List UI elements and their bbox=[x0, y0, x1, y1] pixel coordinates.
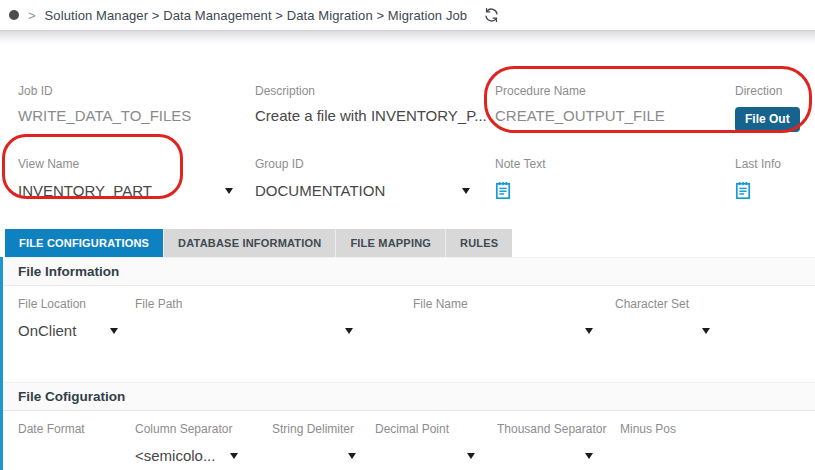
note-text-notepad-icon[interactable] bbox=[495, 181, 511, 200]
field-character-set: Character Set bbox=[615, 297, 775, 382]
file-information-section-title: File Information bbox=[3, 257, 815, 286]
breadcrumb-shadow-divider bbox=[0, 30, 815, 44]
file-location-label: File Location bbox=[18, 297, 135, 311]
procedure-name-label: Procedure Name bbox=[495, 84, 735, 98]
file-path-combobox[interactable] bbox=[135, 320, 353, 341]
column-separator-label: Column Separator bbox=[135, 422, 272, 436]
column-separator-value[interactable]: <semicolo... bbox=[135, 447, 215, 464]
field-last-info: Last Info bbox=[735, 157, 815, 204]
date-format-label: Date Format bbox=[18, 422, 135, 436]
header-row-1: Job ID WRITE_DATA_TO_FILES Description C… bbox=[18, 84, 815, 132]
description-value[interactable]: Create a file with INVENTORY_P... bbox=[255, 107, 495, 124]
column-separator-combobox[interactable]: <semicolo... bbox=[135, 445, 238, 466]
group-id-combobox[interactable]: DOCUMENTATION bbox=[255, 180, 470, 201]
field-description: Description Create a file with INVENTORY… bbox=[255, 84, 495, 132]
breadcrumb-separator: > bbox=[28, 8, 36, 23]
file-name-combobox[interactable] bbox=[413, 320, 593, 341]
refresh-icon[interactable] bbox=[483, 7, 500, 23]
field-file-location: File Location OnClient bbox=[18, 297, 135, 382]
field-decimal-point: Decimal Point bbox=[375, 422, 497, 470]
character-set-combobox[interactable] bbox=[615, 320, 710, 341]
field-column-separator: Column Separator <semicolo... bbox=[135, 422, 272, 470]
string-delimiter-label: String Delimiter bbox=[272, 422, 375, 436]
view-name-value[interactable]: INVENTORY_PART bbox=[18, 182, 152, 199]
last-info-label: Last Info bbox=[735, 157, 815, 171]
field-string-delimiter: String Delimiter bbox=[272, 422, 375, 470]
chevron-down-icon[interactable] bbox=[585, 328, 593, 334]
field-direction: Direction File Out bbox=[735, 84, 815, 132]
field-file-path: File Path bbox=[135, 297, 413, 382]
header-row-2: View Name INVENTORY_PART Group ID DOCUME… bbox=[18, 157, 815, 204]
field-thousand-separator: Thousand Separator bbox=[497, 422, 620, 470]
field-procedure-name: Procedure Name CREATE_OUTPUT_FILE bbox=[495, 84, 735, 132]
file-location-combobox[interactable]: OnClient bbox=[18, 320, 118, 341]
view-name-label: View Name bbox=[18, 157, 255, 171]
chevron-down-icon[interactable] bbox=[225, 188, 233, 194]
note-text-label: Note Text bbox=[495, 157, 735, 171]
chevron-down-icon[interactable] bbox=[585, 453, 593, 459]
chevron-down-icon[interactable] bbox=[110, 328, 118, 334]
thousand-separator-combobox[interactable] bbox=[497, 445, 593, 466]
minus-pos-label: Minus Pos bbox=[620, 422, 676, 436]
direction-badge[interactable]: File Out bbox=[735, 107, 800, 132]
file-cofiguration-fields: Date Format Column Separator <semicolo..… bbox=[3, 411, 815, 470]
chevron-down-icon[interactable] bbox=[462, 188, 470, 194]
field-minus-pos: Minus Pos bbox=[620, 422, 676, 470]
tab-rules[interactable]: RULES bbox=[445, 229, 512, 257]
file-information-fields: File Location OnClient File Path File Na… bbox=[3, 286, 815, 382]
file-configurations-panel: File Information File Location OnClient … bbox=[0, 257, 815, 470]
job-id-value[interactable]: WRITE_DATA_TO_FILES bbox=[18, 107, 255, 124]
breadcrumb-path[interactable]: Solution Manager > Data Management > Dat… bbox=[45, 8, 468, 23]
chevron-down-icon[interactable] bbox=[702, 328, 710, 334]
thousand-separator-label: Thousand Separator bbox=[497, 422, 620, 436]
decimal-point-label: Decimal Point bbox=[375, 422, 497, 436]
direction-label: Direction bbox=[735, 84, 815, 98]
group-id-value[interactable]: DOCUMENTATION bbox=[255, 182, 385, 199]
job-id-label: Job ID bbox=[18, 84, 255, 98]
field-group-id: Group ID DOCUMENTATION bbox=[255, 157, 495, 204]
chevron-down-icon[interactable] bbox=[348, 453, 356, 459]
tab-file-mapping[interactable]: FILE MAPPING bbox=[335, 229, 445, 257]
procedure-name-value[interactable]: CREATE_OUTPUT_FILE bbox=[495, 107, 735, 124]
home-dot-icon[interactable] bbox=[9, 10, 19, 20]
migration-job-page: > Solution Manager > Data Management > D… bbox=[0, 0, 815, 470]
string-delimiter-combobox[interactable] bbox=[272, 445, 356, 466]
decimal-point-combobox[interactable] bbox=[375, 445, 475, 466]
field-view-name: View Name INVENTORY_PART bbox=[18, 157, 255, 204]
chevron-down-icon[interactable] bbox=[345, 328, 353, 334]
field-file-name: File Name bbox=[413, 297, 615, 382]
chevron-down-icon[interactable] bbox=[467, 453, 475, 459]
tab-file-configurations[interactable]: FILE CONFIGURATIONS bbox=[5, 229, 163, 257]
file-path-label: File Path bbox=[135, 297, 413, 311]
field-date-format: Date Format bbox=[18, 422, 135, 470]
breadcrumb: > Solution Manager > Data Management > D… bbox=[0, 0, 815, 30]
job-header-form: Job ID WRITE_DATA_TO_FILES Description C… bbox=[0, 44, 815, 204]
field-note-text: Note Text bbox=[495, 157, 735, 204]
view-name-combobox[interactable]: INVENTORY_PART bbox=[18, 180, 233, 201]
file-location-value[interactable]: OnClient bbox=[18, 322, 76, 339]
file-name-label: File Name bbox=[413, 297, 615, 311]
tab-bar: FILE CONFIGURATIONS DATABASE INFORMATION… bbox=[5, 229, 815, 257]
chevron-down-icon[interactable] bbox=[230, 453, 238, 459]
file-cofiguration-section-title: File Cofiguration bbox=[3, 382, 815, 411]
tab-database-information[interactable]: DATABASE INFORMATION bbox=[163, 229, 335, 257]
group-id-label: Group ID bbox=[255, 157, 495, 171]
last-info-notepad-icon[interactable] bbox=[735, 181, 751, 200]
field-job-id: Job ID WRITE_DATA_TO_FILES bbox=[18, 84, 255, 132]
character-set-label: Character Set bbox=[615, 297, 775, 311]
description-label: Description bbox=[255, 84, 495, 98]
